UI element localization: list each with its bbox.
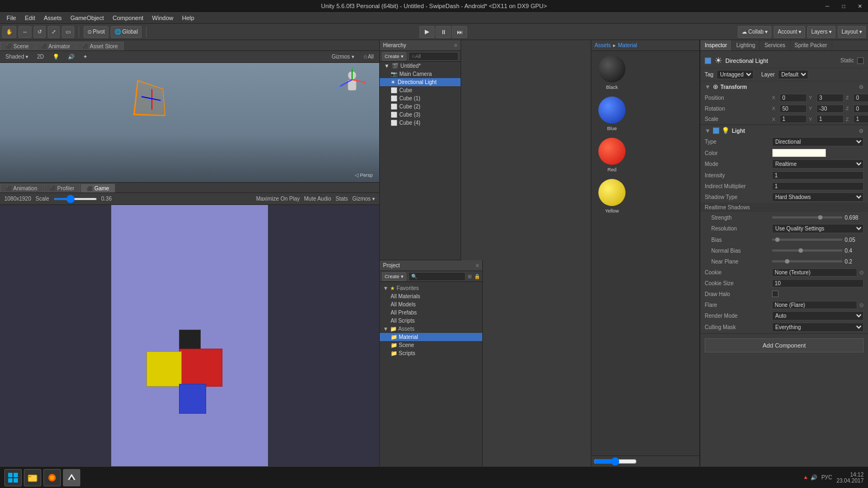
- tab-asset-store[interactable]: ⬛ Asset Store: [76, 42, 124, 50]
- material-black[interactable]: Black: [596, 55, 628, 90]
- hierarchy-item-camera[interactable]: 📷 Main Camera: [380, 70, 461, 78]
- material-red[interactable]: Red: [596, 138, 628, 172]
- rotation-z[interactable]: [853, 105, 868, 113]
- layout-button[interactable]: Layout ▾: [838, 26, 866, 38]
- tag-dropdown[interactable]: Untagged: [717, 70, 754, 79]
- play-button[interactable]: ▶: [419, 26, 435, 38]
- search-scene[interactable]: ☆All: [360, 53, 377, 60]
- start-button[interactable]: [4, 469, 22, 486]
- maximize-btn[interactable]: Maximize On Play: [256, 196, 300, 202]
- material-yellow[interactable]: Yellow: [596, 179, 628, 214]
- account-button[interactable]: Account ▾: [774, 26, 805, 38]
- 2d-toggle[interactable]: 2D: [34, 53, 47, 60]
- shaded-dropdown[interactable]: Shaded ▾: [2, 53, 31, 60]
- render-mode-dropdown[interactable]: Auto: [772, 311, 864, 320]
- firefox-button[interactable]: [43, 469, 61, 486]
- cookie-input[interactable]: [772, 268, 857, 277]
- tab-animation[interactable]: ⬛ Animation: [0, 184, 43, 192]
- scale-tool[interactable]: ⤢: [48, 26, 60, 38]
- transform-menu[interactable]: ⚙: [859, 84, 864, 90]
- light-menu[interactable]: ⚙: [859, 128, 864, 134]
- position-y[interactable]: [816, 94, 844, 102]
- hierarchy-item-cube2[interactable]: ⬜ Cube (2): [380, 102, 461, 111]
- rotation-y[interactable]: [816, 105, 844, 113]
- menu-help[interactable]: Help: [177, 14, 199, 22]
- bias-slider[interactable]: [772, 239, 843, 241]
- resolution-dropdown[interactable]: Use Quality Settings: [772, 224, 864, 233]
- hierarchy-create[interactable]: Create ▾: [382, 52, 406, 61]
- hierarchy-item-cube3[interactable]: ⬜ Cube (3): [380, 111, 461, 119]
- light-header[interactable]: ▼ 💡 Light ⚙: [700, 125, 868, 136]
- favorites-folder[interactable]: ▼ ★ Favorites: [380, 284, 482, 292]
- scale-x[interactable]: [780, 115, 807, 123]
- add-component-button[interactable]: Add Component: [705, 338, 864, 352]
- tab-profiler[interactable]: ⬛ Profiler: [44, 184, 80, 192]
- material-folder-item[interactable]: 📁 Material: [380, 333, 482, 341]
- light-enable-toggle[interactable]: [713, 127, 719, 134]
- near-plane-slider[interactable]: [772, 260, 843, 262]
- hierarchy-item-untitled[interactable]: ▼ 🎬 Untitled*: [380, 62, 461, 70]
- menu-assets[interactable]: Assets: [40, 14, 66, 22]
- close-button[interactable]: ✕: [852, 0, 868, 12]
- project-create[interactable]: Create ▾: [382, 272, 406, 281]
- cookie-size-input[interactable]: [772, 279, 864, 287]
- scene-viewport[interactable]: X Y Z ◁ Persp: [0, 63, 379, 182]
- tab-inspector[interactable]: Inspector: [700, 40, 732, 50]
- maximize-button[interactable]: □: [835, 0, 852, 12]
- scale-z[interactable]: [853, 115, 868, 123]
- lights-toggle[interactable]: 💡: [49, 53, 62, 60]
- hand-tool[interactable]: ✋: [2, 26, 16, 38]
- hierarchy-item-cube1[interactable]: ⬜ Cube (1): [380, 94, 461, 102]
- static-checkbox[interactable]: [857, 57, 864, 64]
- all-prefabs-item[interactable]: All Prefabs: [380, 309, 482, 317]
- global-button[interactable]: 🌐 Global: [111, 26, 142, 38]
- menu-window[interactable]: Window: [148, 14, 177, 22]
- intensity-input[interactable]: [772, 171, 864, 179]
- mode-dropdown[interactable]: Realtime: [772, 159, 864, 169]
- position-z[interactable]: [853, 94, 868, 102]
- minimize-button[interactable]: ─: [819, 0, 835, 12]
- menu-file[interactable]: File: [2, 14, 21, 22]
- hierarchy-search[interactable]: ☆All: [409, 52, 458, 61]
- color-picker[interactable]: [772, 149, 826, 157]
- gizmos-dropdown[interactable]: Gizmos ▾: [328, 53, 358, 60]
- cookie-select[interactable]: ⊙: [859, 269, 864, 275]
- project-search[interactable]: 🔍: [409, 272, 465, 281]
- scale-slider[interactable]: [54, 198, 97, 200]
- scripts-folder-item[interactable]: 📁 Scripts: [380, 349, 482, 357]
- material-blue[interactable]: Blue: [596, 97, 628, 131]
- scale-y[interactable]: [816, 115, 844, 123]
- gizmos-btn[interactable]: Gizmos ▾: [352, 196, 375, 202]
- hierarchy-item-light[interactable]: ☀ Directional Light: [380, 78, 461, 86]
- pause-button[interactable]: ⏸: [436, 26, 451, 38]
- transform-header[interactable]: ▼ ⊕ Transform ⚙: [700, 81, 868, 92]
- tab-lighting[interactable]: Lighting: [732, 40, 760, 50]
- position-x[interactable]: [780, 94, 807, 102]
- shadow-type-dropdown[interactable]: Hard Shadows: [772, 192, 864, 202]
- scene-folder-item[interactable]: 📁 Scene: [380, 341, 482, 349]
- flare-select[interactable]: ⊙: [859, 302, 864, 308]
- collab-button[interactable]: ☁ Collab ▾: [738, 26, 771, 38]
- normal-bias-slider[interactable]: [772, 249, 843, 252]
- strength-slider[interactable]: [772, 216, 843, 219]
- sound-toggle[interactable]: 🔊: [65, 53, 78, 60]
- fx-toggle[interactable]: ✦: [80, 53, 91, 60]
- rotation-x[interactable]: [780, 105, 807, 113]
- tab-services[interactable]: Services: [760, 40, 790, 50]
- object-active-toggle[interactable]: [705, 57, 711, 64]
- all-scripts-item[interactable]: All Scripts: [380, 317, 482, 325]
- project-view-toggle[interactable]: ⊞: [468, 274, 472, 279]
- mute-btn[interactable]: Mute Audio: [304, 196, 331, 202]
- rotate-tool[interactable]: ↺: [34, 26, 46, 38]
- assets-link[interactable]: Assets: [595, 42, 611, 48]
- tab-game[interactable]: ⬛ Game: [81, 184, 115, 192]
- culling-mask-dropdown[interactable]: Everything: [772, 323, 864, 332]
- flare-input[interactable]: [772, 301, 857, 309]
- hierarchy-item-cube[interactable]: ⬜ Cube: [380, 86, 461, 94]
- menu-component[interactable]: Component: [108, 14, 148, 22]
- move-tool[interactable]: ↔: [18, 26, 31, 38]
- step-button[interactable]: ⏭: [452, 26, 467, 38]
- tab-scene[interactable]: ⬛ Scene: [0, 42, 35, 50]
- project-lock[interactable]: 🔒: [474, 274, 480, 279]
- hierarchy-item-cube4[interactable]: ⬜ Cube (4): [380, 119, 461, 127]
